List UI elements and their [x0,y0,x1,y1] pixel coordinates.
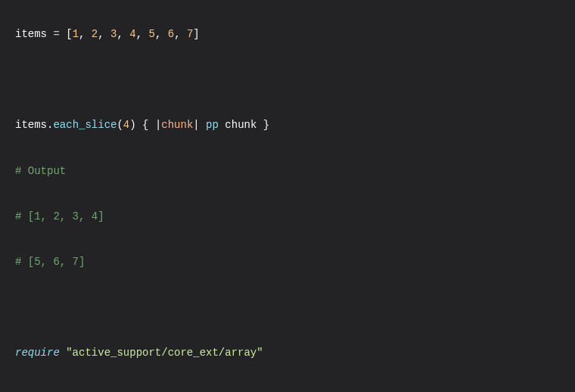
code-block: items = [1, 2, 3, 4, 5, 6, 7] items.each… [15,11,560,392]
comma: , [117,28,129,40]
keyword: require [15,347,60,359]
code-line: items.each_slice(4) { |chunk| pp chunk } [15,117,560,133]
identifier: items [15,119,47,131]
function-call: pp [206,119,219,131]
comment: # Output [15,165,66,177]
comma: , [174,28,187,40]
string-literal: "active_support/core_ext/array" [66,347,263,359]
comment: # [5, 6, 7] [15,256,85,268]
space [60,347,66,359]
code-line: require "active_support/core_ext/array" [15,345,560,361]
brace: { [142,119,155,131]
comma: , [98,28,110,40]
number-literal: 5 [149,28,155,40]
brace: } [256,119,269,131]
block-param: chunk [161,119,193,131]
comma: , [136,28,149,40]
space [136,119,142,131]
pipe: | [193,119,206,131]
number-literal: 4 [129,28,135,40]
bracket: [ [66,28,72,40]
number-literal: 6 [168,28,174,40]
blank-line [15,300,560,316]
number-literal: 2 [92,28,98,40]
comma: , [155,28,168,40]
comment-line: # [5, 6, 7] [15,254,560,270]
number-literal: 1 [73,28,79,40]
identifier: chunk [225,119,256,131]
blank-line [15,72,560,88]
operator: = [53,28,59,40]
code-line: items = [1, 2, 3, 4, 5, 6, 7] [15,26,560,42]
identifier: items [15,28,47,40]
number-literal: 4 [123,119,129,131]
comment-line: # Output [15,163,560,179]
paren: ( [117,119,123,131]
comma: , [79,28,92,40]
bracket: ] [193,28,199,40]
comment: # [1, 2, 3, 4] [15,210,104,222]
method-call: each_slice [53,119,117,131]
paren: ) [129,119,135,131]
comment-line: # [1, 2, 3, 4] [15,209,560,225]
